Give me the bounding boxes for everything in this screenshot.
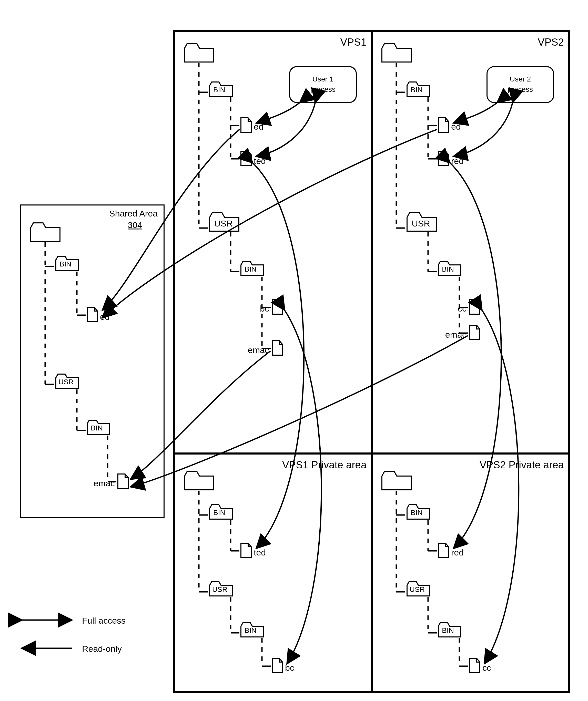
legend-full: Full access	[82, 616, 126, 626]
vps2p-bin: BIN	[411, 509, 423, 516]
vps2-user-l1: User 2	[510, 75, 531, 83]
vps1p-bin: BIN	[213, 509, 225, 516]
vps1-ted: ted	[254, 156, 266, 166]
vps1p-title: VPS1 Private area	[282, 459, 367, 470]
legend-read: Read-only	[82, 644, 122, 654]
legend: Full access Read-only	[22, 616, 126, 654]
vps2-user-l2: process	[508, 85, 533, 93]
shared-bin2-label: BIN	[91, 424, 103, 432]
vps2-bin: BIN	[411, 86, 423, 94]
vps2-ed: ed	[451, 122, 461, 132]
vps2-cc: cc	[458, 304, 466, 313]
vps2p-cc: cc	[482, 663, 491, 673]
vps2p-usr: USR	[410, 586, 425, 594]
shared-usr-label: USR	[58, 378, 73, 386]
user-process-box	[289, 67, 356, 102]
vps1-title: VPS1	[340, 36, 367, 48]
vps1p-ted: ted	[254, 547, 266, 557]
shared-emac-label: emac	[93, 478, 115, 488]
vps1-user-l2: process	[311, 85, 336, 93]
shared-area-ref: 304	[128, 220, 142, 230]
vps1-bin2: BIN	[244, 265, 256, 273]
vps2-red: red	[451, 156, 464, 166]
vps1-bin: BIN	[213, 86, 225, 94]
vps2-usr: USR	[412, 219, 430, 228]
vps1-ed: ed	[254, 122, 263, 132]
vps1-emac: emac	[248, 345, 269, 355]
vps1-bc: bc	[260, 304, 269, 313]
vps1-usr: USR	[214, 219, 233, 228]
shared-area-title: Shared Area	[109, 209, 158, 218]
vps2p-red: red	[451, 547, 464, 557]
vps2p-bin2: BIN	[442, 627, 454, 634]
user-process-box	[487, 67, 554, 102]
vps2p-title: VPS2 Private area	[479, 459, 564, 470]
vps1p-usr: USR	[212, 586, 227, 594]
vps1p-bc: bc	[285, 663, 294, 673]
vps1-user-l1: User 1	[313, 75, 334, 83]
vps1p-bin2: BIN	[244, 627, 256, 634]
vps2-title: VPS2	[538, 36, 564, 48]
shared-bin-label: BIN	[59, 260, 71, 268]
vps2-bin2: BIN	[442, 265, 454, 273]
